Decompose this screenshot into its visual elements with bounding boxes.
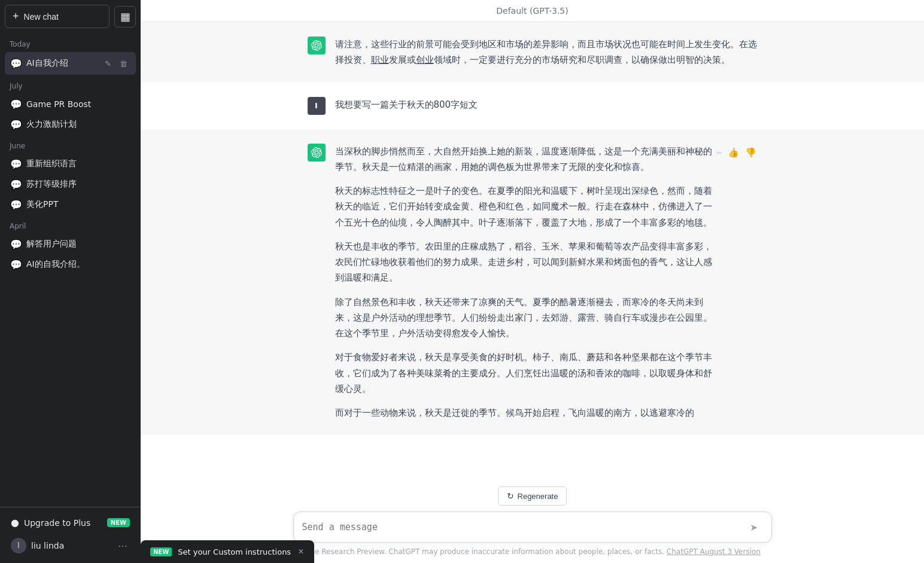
sidebar-item-answer-q[interactable]: 💬 解答用户问题: [5, 234, 136, 254]
message-block-1: I 我想要写一篇关于秋天的800字短文: [141, 83, 924, 129]
assistant-avatar-2: [308, 144, 326, 162]
upgrade-label: Upgrade to Plus: [24, 518, 102, 528]
msg-para-1: 秋天的标志性特征之一是叶子的变色。在夏季的阳光和温暖下，树叶呈现出深绿色，然而，…: [335, 183, 715, 230]
message-content-0: 请注意，这些行业的前景可能会受到地区和市场的差异影响，而且市场状况也可能在时间上…: [335, 36, 758, 68]
upgrade-badge: NEW: [107, 518, 130, 527]
message-actions: ⎓ 👍 👎: [715, 146, 758, 159]
copy-button[interactable]: ⎓: [715, 146, 723, 159]
msg-para-0: 当深秋的脚步悄然而至，大自然开始换上她的新装，温度逐渐降低，这是一个充满美丽和神…: [335, 144, 715, 175]
close-icon: ×: [298, 546, 303, 556]
regenerate-button[interactable]: ↻ Regenerate: [498, 486, 567, 506]
assistant-avatar-0: [308, 36, 326, 54]
chat-icon: 💬: [11, 58, 22, 69]
section-today: Today: [5, 33, 136, 52]
thumbs-down-button[interactable]: 👎: [744, 146, 758, 159]
sidebar-item-fire-plan[interactable]: 💬 火力激励计划: [5, 114, 136, 135]
section-april: April: [5, 215, 136, 234]
more-options-button[interactable]: ⋯: [116, 540, 130, 552]
avatar-initial: l: [17, 541, 19, 550]
model-selector[interactable]: Default (GPT-3.5): [496, 6, 568, 16]
message-paragraph: 我想要写一篇关于秋天的800字短文: [335, 97, 758, 112]
regenerate-icon: ↻: [507, 491, 514, 501]
new-chat-button[interactable]: + New chat: [5, 5, 110, 28]
sidebar-header: + New chat ▦: [0, 0, 141, 33]
nav-item-label: Game PR Boost: [26, 99, 130, 109]
new-chat-label: New chat: [24, 12, 59, 22]
user-avatar-1: I: [308, 97, 326, 115]
message-block-2: 当深秋的脚步悄然而至，大自然开始换上她的新装，温度逐渐降低，这是一个充满美丽和神…: [141, 129, 924, 436]
user-name-label: liu linda: [31, 541, 111, 550]
plus-icon: +: [13, 10, 19, 23]
message-content-2: 当深秋的脚步悄然而至，大自然开始换上她的新装，温度逐渐降低，这是一个充满美丽和神…: [335, 144, 715, 421]
sidebar: + New chat ▦ Today 💬 AI自我介绍 ✎ 🗑 July 💬 G…: [0, 0, 141, 563]
footer-version-link[interactable]: ChatGPT August 3 Version: [667, 547, 761, 556]
nav-item-actions: ✎ 🗑: [101, 57, 130, 70]
sidebar-item-ai-intro[interactable]: 💬 AI自我介绍 ✎ 🗑: [5, 52, 136, 75]
nav-item-label: 美化PPT: [26, 199, 130, 210]
message-block-0: 请注意，这些行业的前景可能会受到地区和市场的差异影响，而且市场状况也可能在时间上…: [141, 22, 924, 83]
custom-instructions-banner: NEW Set your Custom instructions ×: [141, 540, 314, 563]
sidebar-item-beautify-ppt[interactable]: 💬 美化PPT: [5, 194, 136, 215]
chat-icon: 💬: [11, 239, 22, 249]
section-july: July: [5, 75, 136, 94]
nav-item-label: 苏打等级排序: [26, 179, 130, 190]
message-input[interactable]: [302, 521, 740, 534]
chat-icon: 💬: [11, 159, 22, 169]
sidebar-item-su-rank[interactable]: 💬 苏打等级排序: [5, 174, 136, 194]
message-paragraph: 请注意，这些行业的前景可能会受到地区和市场的差异影响，而且市场状况也可能在时间上…: [335, 36, 758, 68]
user-avatar-initial: I: [315, 101, 318, 110]
nav-item-label: AI的自我介绍。: [26, 259, 130, 270]
nav-item-label: AI自我介绍: [26, 58, 96, 69]
sidebar-item-ai-intro2[interactable]: 💬 AI的自我介绍。: [5, 254, 136, 275]
chat-icon: 💬: [11, 99, 22, 109]
msg-para-3: 除了自然景色和丰收，秋天还带来了凉爽的天气。夏季的酷暑逐渐褪去，而寒冷的冬天尚未…: [335, 294, 715, 342]
main-content: Default (GPT-3.5) 请注意，这些行业的前景可能会受到地区和市场的…: [141, 0, 924, 563]
sidebar-item-game-pr[interactable]: 💬 Game PR Boost: [5, 94, 136, 114]
message-content-2-wrapper: 当深秋的脚步悄然而至，大自然开始换上她的新装，温度逐渐降低，这是一个充满美丽和神…: [335, 144, 758, 421]
upgrade-icon: ●: [11, 517, 19, 528]
sidebar-toggle-button[interactable]: ▦: [114, 6, 136, 28]
nav-item-label: 解答用户问题: [26, 239, 130, 249]
sidebar-nav: Today 💬 AI自我介绍 ✎ 🗑 July 💬 Game PR Boost …: [0, 33, 141, 507]
footer-note: Free Research Preview. ChatGPT may produ…: [293, 543, 772, 563]
chat-icon: 💬: [11, 119, 22, 130]
nav-item-label: 重新组织语言: [26, 159, 130, 169]
banner-close-button[interactable]: ×: [297, 546, 305, 557]
banner-badge: NEW: [150, 547, 172, 556]
avatar: l: [11, 538, 26, 553]
input-container: ↻ Regenerate ➤ Free Research Preview. Ch…: [293, 486, 772, 563]
message-input-wrapper: ➤: [293, 512, 772, 543]
banner-text[interactable]: Set your Custom instructions: [178, 547, 291, 556]
sidebar-footer: ● Upgrade to Plus NEW l liu linda ⋯: [0, 507, 141, 563]
regenerate-label: Regenerate: [518, 492, 558, 501]
toggle-icon: ▦: [120, 10, 130, 23]
msg-para-2: 秋天也是丰收的季节。农田里的庄稼成熟了，稻谷、玉米、苹果和葡萄等农产品变得丰富多…: [335, 239, 715, 286]
chat-icon: 💬: [11, 259, 22, 270]
user-profile-item[interactable]: l liu linda ⋯: [5, 533, 136, 558]
msg-para-5: 而对于一些动物来说，秋天是迁徙的季节。候鸟开始启程，飞向温暖的南方，以逃避寒冷的: [335, 405, 715, 421]
main-header: Default (GPT-3.5): [141, 0, 924, 22]
upgrade-to-plus-item[interactable]: ● Upgrade to Plus NEW: [5, 512, 136, 533]
chat-icon: 💬: [11, 199, 22, 210]
msg-para-4: 对于食物爱好者来说，秋天是享受美食的好时机。柿子、南瓜、蘑菇和各种坚果都在这个季…: [335, 349, 715, 397]
chat-icon: 💬: [11, 179, 22, 190]
send-icon: ➤: [750, 522, 758, 533]
sidebar-item-reorg-lang[interactable]: 💬 重新组织语言: [5, 154, 136, 174]
send-button[interactable]: ➤: [745, 518, 763, 536]
section-june: June: [5, 135, 136, 154]
delete-button[interactable]: 🗑: [117, 57, 130, 70]
edit-button[interactable]: ✎: [101, 57, 114, 70]
nav-item-label: 火力激励计划: [26, 119, 130, 130]
message-content-1: 我想要写一篇关于秋天的800字短文: [335, 97, 758, 112]
thumbs-up-button[interactable]: 👍: [727, 146, 740, 159]
